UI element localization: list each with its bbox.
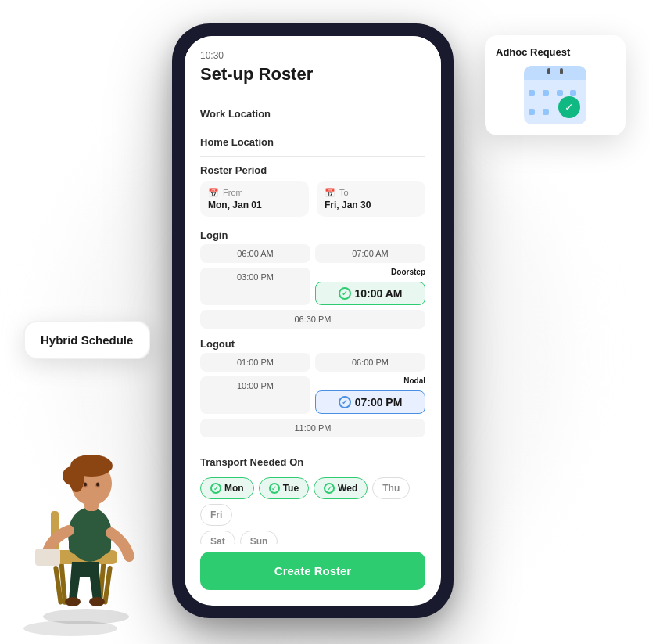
login-time-3[interactable]: 03:00 PM xyxy=(200,268,310,305)
home-location-field[interactable]: Home Location xyxy=(200,128,425,157)
from-field[interactable]: 📅 From Mon, Jan 01 xyxy=(200,181,309,217)
adhoc-title: Adhoc Request xyxy=(496,46,570,58)
phone-screen: 10:30 Set-up Roster Work Location Home L… xyxy=(185,36,441,606)
svg-point-19 xyxy=(89,597,105,606)
cal-dot xyxy=(570,90,576,96)
day-tue-label: Tue xyxy=(283,483,299,494)
day-check-tue: ✓ xyxy=(269,483,280,494)
day-mon-label: Mon xyxy=(224,483,244,494)
calendar-icon-from: 📅 xyxy=(208,187,219,198)
person-illustration xyxy=(16,409,156,628)
nodal-label: Nodal xyxy=(315,376,425,385)
day-wed[interactable]: ✓ Wed xyxy=(314,477,368,499)
from-label: From xyxy=(223,188,243,197)
doorstep-label: Doorstep xyxy=(315,268,425,276)
transport-section: Transport Needed On ✓ Mon ✓ Tue ✓ Wed xyxy=(200,441,425,544)
transport-label: Transport Needed On xyxy=(200,448,425,473)
adhoc-request-card: Adhoc Request ✓ xyxy=(485,35,626,135)
logout-time-3[interactable]: 10:00 PM xyxy=(200,376,310,414)
day-wed-label: Wed xyxy=(338,483,357,494)
cal-check: ✓ xyxy=(558,96,580,118)
to-label: To xyxy=(339,188,349,197)
day-chips-row2: Sat Sun xyxy=(200,531,425,544)
logout-time-2[interactable]: 06:00 PM xyxy=(315,353,425,372)
day-fri[interactable]: Fri xyxy=(200,504,232,526)
login-selected-col: Doorstep ✓ 10:00 AM xyxy=(315,268,425,305)
roster-period-title: Roster Period xyxy=(200,157,425,181)
to-header: 📅 To xyxy=(324,187,418,198)
page-title: Set-up Roster xyxy=(200,64,425,85)
day-sun[interactable]: Sun xyxy=(240,531,278,544)
cal-dot xyxy=(543,90,549,96)
logout-time-grid: 01:00 PM 06:00 PM 10:00 PM Nodal ✓ 07:00… xyxy=(200,353,425,414)
screen-content[interactable]: Work Location Home Location Roster Perio… xyxy=(185,100,441,544)
svg-point-18 xyxy=(65,597,81,606)
check-icon-login: ✓ xyxy=(339,287,351,300)
logout-selected-value: 07:00 PM xyxy=(355,396,403,408)
cal-hook-right xyxy=(560,68,563,74)
logout-label: Logout xyxy=(200,332,425,353)
svg-point-16 xyxy=(84,483,87,487)
status-bar-time: 10:30 xyxy=(200,50,425,61)
login-selected-value: 10:00 AM xyxy=(355,287,403,300)
check-icon-logout: ✓ xyxy=(339,396,351,408)
day-chips-row1: ✓ Mon ✓ Tue ✓ Wed Thu xyxy=(200,477,425,526)
phone-wrapper: 10:30 Set-up Roster Work Location Home L… xyxy=(172,23,454,618)
screen-header: 10:30 Set-up Roster xyxy=(185,36,441,100)
cal-top xyxy=(524,66,586,80)
login-time-2[interactable]: 07:00 AM xyxy=(315,244,425,263)
day-sat-label: Sat xyxy=(210,536,225,544)
from-value: Mon, Jan 01 xyxy=(208,200,301,210)
work-location-label: Work Location xyxy=(200,108,425,120)
to-field[interactable]: 📅 To Fri, Jan 30 xyxy=(317,181,425,217)
create-roster-button[interactable]: Create Roster xyxy=(200,552,425,590)
login-time-grid: 06:00 AM 07:00 AM 03:00 PM Doorstep ✓ 10… xyxy=(200,244,425,305)
calendar-icon-to: 📅 xyxy=(324,187,335,198)
home-location-label: Home Location xyxy=(200,136,425,148)
from-header: 📅 From xyxy=(208,187,301,198)
day-check-wed: ✓ xyxy=(324,483,335,494)
hybrid-schedule-card: Hybrid Schedule xyxy=(23,321,150,359)
day-thu-label: Thu xyxy=(382,483,400,494)
day-tue[interactable]: ✓ Tue xyxy=(259,477,309,499)
cal-dot xyxy=(529,109,535,115)
hybrid-title: Hybrid Schedule xyxy=(41,333,133,347)
day-mon[interactable]: ✓ Mon xyxy=(200,477,254,499)
day-thu[interactable]: Thu xyxy=(372,477,410,499)
day-fri-label: Fri xyxy=(210,509,222,520)
login-time-4[interactable]: 06:30 PM xyxy=(200,310,425,329)
logout-time-4[interactable]: 11:00 PM xyxy=(200,419,425,437)
day-sun-label: Sun xyxy=(250,536,268,544)
logout-selected-col: Nodal ✓ 07:00 PM xyxy=(315,376,425,414)
floor-shadow xyxy=(43,609,129,624)
svg-rect-8 xyxy=(35,549,60,566)
cal-hook-left xyxy=(547,68,550,74)
login-selected-time[interactable]: ✓ 10:00 AM xyxy=(315,282,425,305)
work-location-field[interactable]: Work Location xyxy=(200,100,425,128)
svg-point-13 xyxy=(63,466,81,485)
period-row: 📅 From Mon, Jan 01 📅 To Fri, Jan 30 xyxy=(200,181,425,217)
to-value: Fri, Jan 30 xyxy=(324,200,418,210)
login-time-1[interactable]: 06:00 AM xyxy=(200,244,310,263)
logout-time-1[interactable]: 01:00 PM xyxy=(200,353,310,372)
calendar-icon: ✓ xyxy=(524,66,586,124)
phone-shell: 10:30 Set-up Roster Work Location Home L… xyxy=(172,23,454,618)
logout-selected-time[interactable]: ✓ 07:00 PM xyxy=(315,390,425,414)
login-label: Login xyxy=(200,223,425,244)
cal-dot xyxy=(529,90,535,96)
cal-dot xyxy=(557,90,563,96)
day-check-mon: ✓ xyxy=(210,483,221,494)
person-svg xyxy=(16,409,156,628)
svg-rect-7 xyxy=(69,523,111,554)
svg-point-17 xyxy=(96,483,99,487)
day-sat[interactable]: Sat xyxy=(200,531,235,544)
cal-dot xyxy=(543,109,549,115)
